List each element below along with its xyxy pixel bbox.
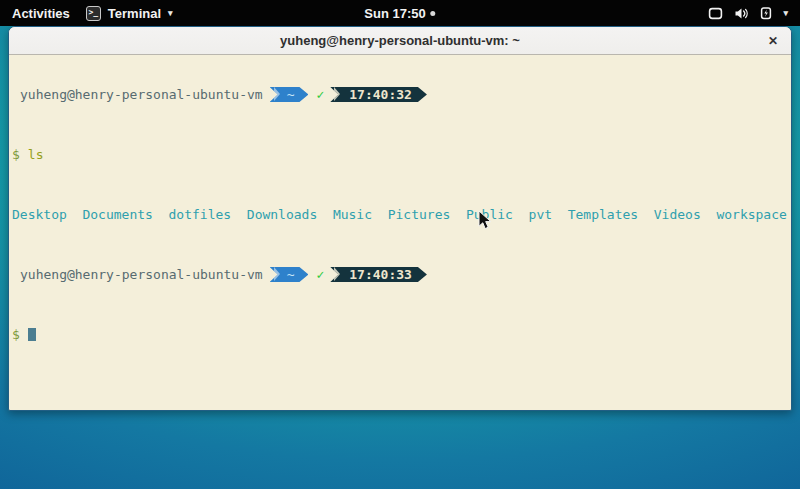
terminal-cursor — [28, 328, 36, 341]
terminal-content[interactable]: yuheng@henry-personal-ubuntu-vm ~ ✓ 17:4… — [9, 55, 791, 410]
command-line: $ls — [12, 147, 788, 162]
powerline-chevron-icon — [334, 87, 340, 101]
volume-icon — [734, 7, 749, 20]
chevron-down-icon: ▾ — [168, 9, 173, 18]
prompt-path: ~ — [287, 267, 295, 282]
prompt-line-1: yuheng@henry-personal-ubuntu-vm ~ ✓ 17:4… — [12, 87, 788, 102]
window-titlebar[interactable]: yuheng@henry-personal-ubuntu-vm: ~ ✕ — [9, 27, 791, 55]
prompt-char: $ — [12, 147, 20, 162]
powerline-time-segment: 17:40:32 — [330, 87, 427, 102]
powerline-chevron-icon — [274, 87, 280, 101]
focused-app-label: Terminal — [108, 6, 161, 21]
system-status-menu[interactable]: ▾ — [704, 0, 792, 26]
powerline-chevron-icon — [274, 267, 280, 281]
clock-label: Sun 17:50 — [364, 6, 425, 21]
top-bar: Activities >_ Terminal ▾ Sun 17:50 — [0, 0, 800, 26]
mouse-pointer-icon — [478, 210, 493, 235]
terminal-app-icon: >_ — [86, 6, 101, 21]
notification-dot-icon — [431, 11, 436, 16]
activities-button[interactable]: Activities — [12, 6, 70, 21]
success-check-icon: ✓ — [316, 267, 324, 282]
terminal-window: yuheng@henry-personal-ubuntu-vm: ~ ✕ yuh… — [8, 26, 792, 411]
focused-app-menu[interactable]: >_ Terminal ▾ — [86, 6, 173, 21]
clock-button[interactable]: Sun 17:50 — [364, 0, 435, 26]
battery-charging-icon — [760, 6, 772, 20]
powerline-path-segment: ~ — [270, 87, 309, 102]
prompt-time: 17:40:33 — [349, 267, 412, 282]
prompt-path: ~ — [287, 87, 295, 102]
prompt-line-2: yuheng@henry-personal-ubuntu-vm ~ ✓ 17:4… — [12, 267, 788, 282]
prompt-user-host: yuheng@henry-personal-ubuntu-vm — [20, 87, 263, 102]
prompt-user-host: yuheng@henry-personal-ubuntu-vm — [20, 267, 263, 282]
powerline-time-segment: 17:40:33 — [330, 267, 427, 282]
powerline-chevron-icon — [334, 267, 340, 281]
typed-command: ls — [28, 147, 44, 162]
close-button[interactable]: ✕ — [768, 35, 778, 47]
powerline-path-segment: ~ — [270, 267, 309, 282]
prompt-time: 17:40:32 — [349, 87, 412, 102]
window-title: yuheng@henry-personal-ubuntu-vm: ~ — [280, 33, 520, 48]
current-input-line[interactable]: $ — [12, 327, 788, 342]
success-check-icon: ✓ — [316, 87, 324, 102]
prompt-char: $ — [12, 327, 20, 342]
chevron-down-icon: ▾ — [783, 9, 788, 18]
ls-output: Desktop Documents dotfiles Downloads Mus… — [12, 207, 788, 222]
desktop: Activities >_ Terminal ▾ Sun 17:50 — [0, 0, 800, 489]
display-icon — [708, 7, 723, 20]
